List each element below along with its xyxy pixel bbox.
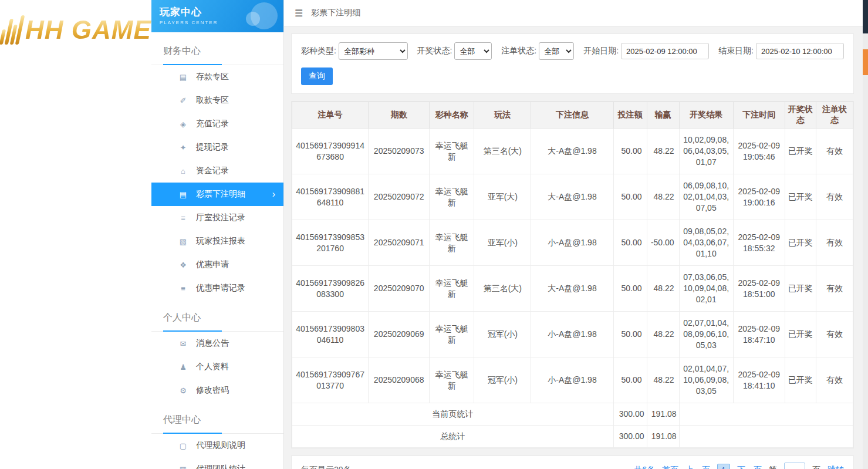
sidebar-item-lottery-bet-detail[interactable]: ▤彩票下注明细›: [151, 183, 283, 206]
sidebar-item-label: 代理规则说明: [196, 440, 245, 451]
chevron-right-icon: ›: [272, 189, 275, 200]
table-cell: 48.22: [647, 357, 679, 403]
column-header: 开奖状态: [785, 102, 816, 129]
table-cell: 已开奖: [785, 174, 816, 220]
table-cell: 有效: [816, 312, 853, 357]
promo-apply-icon: ❖: [178, 261, 188, 269]
sidebar-item-player-bet-report[interactable]: ▧玩家投注报表: [151, 230, 283, 253]
next-page-link[interactable]: 下一页: [737, 465, 762, 469]
table-cell: 20250209073: [369, 129, 430, 174]
table-cell: 2025-02-09 18:51:00: [733, 266, 785, 312]
page-size-text: 每页显示20条: [301, 465, 352, 469]
summary-empty: [679, 426, 853, 448]
sidebar-item-funds-record[interactable]: ⌂资金记录: [151, 159, 283, 183]
circle-decoration-icon: [246, 12, 260, 26]
table-cell: 有效: [816, 357, 853, 403]
order-status-label: 注单状态:: [501, 46, 536, 56]
lottery-type-label: 彩种类型:: [301, 46, 336, 56]
start-date-input[interactable]: [621, 43, 709, 59]
scrollbar-thumb[interactable]: [863, 49, 868, 75]
table-cell: 幸运飞艇新: [430, 129, 474, 174]
bet-table-card: 注单号期数彩种名称玩法下注信息投注额输赢开奖结果下注时间开奖状态注单状态 401…: [291, 101, 854, 448]
lottery-bet-detail-icon: ▤: [178, 190, 188, 199]
table-cell: 小-A盘@1.98: [531, 220, 613, 266]
sidebar: 玩家中心 PLAYERS CENTER 财务中心▤存款专区✐取款专区◈充值记录✦…: [151, 0, 284, 469]
end-date-input[interactable]: [756, 43, 844, 59]
gear-icon: ⚙: [178, 386, 188, 395]
summary-label: 当前页统计: [292, 403, 614, 426]
sidebar-item-bell[interactable]: ✉消息公告: [151, 332, 283, 355]
draw-status-select[interactable]: 全部: [454, 42, 492, 60]
column-header: 下注信息: [531, 102, 613, 129]
table-cell: 幸运飞艇新: [430, 312, 474, 357]
page-title: 彩票下注明细: [311, 8, 360, 18]
deposit-icon: ▤: [178, 73, 188, 82]
table-cell: 有效: [816, 220, 853, 266]
summary-empty: [679, 403, 853, 426]
hall-bet-record-icon: ≡: [178, 214, 188, 222]
table-row: 40156917390980304611020250209069幸运飞艇新冠军(…: [292, 312, 853, 357]
sidebar-menu: 财务中心▤存款专区✐取款专区◈充值记录✦提现记录⌂资金记录▤彩票下注明细›≡厅室…: [151, 32, 283, 469]
sidebar-item-withdrawal-record[interactable]: ✦提现记录: [151, 136, 283, 159]
brand-area: HH GAME: [0, 0, 151, 469]
table-cell: 2025-02-09 19:00:16: [733, 174, 785, 220]
sidebar-item-promo-apply[interactable]: ❖优惠申请: [151, 253, 283, 276]
table-cell: 20250209068: [369, 357, 430, 403]
summary-bet-total: 300.00: [613, 426, 647, 448]
sidebar-item-deposit[interactable]: ▤存款专区: [151, 65, 283, 89]
sidebar-item-label: 玩家投注报表: [196, 236, 245, 247]
sidebar-item-user[interactable]: ♟个人资料: [151, 355, 283, 379]
table-cell: 已开奖: [785, 220, 816, 266]
order-status-select[interactable]: 全部: [539, 42, 574, 60]
table-body: 40156917390991467368020250209073幸运飞艇新第三名…: [292, 129, 853, 448]
sidebar-item-label: 修改密码: [196, 385, 229, 396]
withdrawal-record-icon: ✦: [178, 143, 188, 152]
logo-bars-icon: [0, 15, 25, 45]
column-header: 下注时间: [733, 102, 785, 129]
table-cell: 10,02,09,08,06,04,03,05,01,07: [679, 129, 733, 174]
page-scrollbar[interactable]: [863, 0, 868, 469]
jump-button[interactable]: 跳转: [828, 465, 844, 469]
table-cell: 07,03,06,05,10,09,04,08,02,01: [679, 266, 733, 312]
table-cell: 401569173909826083300: [292, 266, 369, 312]
sidebar-item-label: 充值记录: [196, 119, 229, 129]
prev-page-link[interactable]: 上一页: [685, 465, 710, 469]
table-cell: 48.22: [647, 266, 679, 312]
menu-toggle-icon[interactable]: ☰: [295, 8, 303, 19]
sidebar-item-recharge-record[interactable]: ◈充值记录: [151, 112, 283, 136]
sidebar-item-hall-bet-record[interactable]: ≡厅室投注记录: [151, 206, 283, 230]
sidebar-item-withdraw[interactable]: ✐取款专区: [151, 89, 283, 112]
search-button[interactable]: 查询: [301, 68, 333, 85]
table-cell: 50.00: [613, 266, 647, 312]
table-cell: 02,01,04,07,10,06,09,08,03,05: [679, 357, 733, 403]
first-page-link[interactable]: 首页: [662, 465, 678, 469]
sidebar-item-label: 彩票下注明细: [196, 189, 245, 200]
summary-row: 当前页统计300.00191.08: [292, 403, 853, 426]
total-count-text: 共6条: [634, 465, 655, 469]
topbar: ☰ 彩票下注明细: [284, 0, 868, 26]
withdraw-icon: ✐: [178, 96, 188, 105]
recharge-record-icon: ◈: [178, 120, 188, 129]
table-cell: 第三名(大): [474, 129, 531, 174]
sidebar-item-document[interactable]: ▢代理规则说明: [151, 434, 283, 457]
team-stats-icon: ▥: [178, 465, 188, 469]
sidebar-item-team-stats[interactable]: ▥代理团队统计: [151, 457, 283, 469]
filter-panel: 彩种类型: 全部彩种 开奖状态: 全部 注单状态: 全部 开始日期: 结束日期:: [291, 33, 854, 94]
table-cell: 20250209070: [369, 266, 430, 312]
table-cell: 冠军(小): [474, 357, 531, 403]
lottery-type-select[interactable]: 全部彩种: [339, 42, 408, 60]
sidebar-item-promo-record[interactable]: ≡优惠申请记录: [151, 276, 283, 300]
section-heading-label: 财务中心: [163, 46, 201, 56]
sidebar-item-gear[interactable]: ⚙修改密码: [151, 379, 283, 402]
jump-suffix-text: 页: [812, 465, 820, 469]
funds-record-icon: ⌂: [178, 167, 188, 176]
table-cell: 02,07,01,04,08,09,06,10,05,03: [679, 312, 733, 357]
current-page-badge[interactable]: 1: [717, 464, 730, 469]
table-cell: 48.22: [647, 312, 679, 357]
page-jump-input[interactable]: [784, 463, 805, 469]
sidebar-item-label: 提现记录: [196, 142, 229, 153]
table-cell: 401569173909803046110: [292, 312, 369, 357]
table-cell: 幸运飞艇新: [430, 357, 474, 403]
filter-row: 彩种类型: 全部彩种 开奖状态: 全部 注单状态: 全部 开始日期: 结束日期:: [301, 42, 844, 60]
table-cell: 50.00: [613, 129, 647, 174]
